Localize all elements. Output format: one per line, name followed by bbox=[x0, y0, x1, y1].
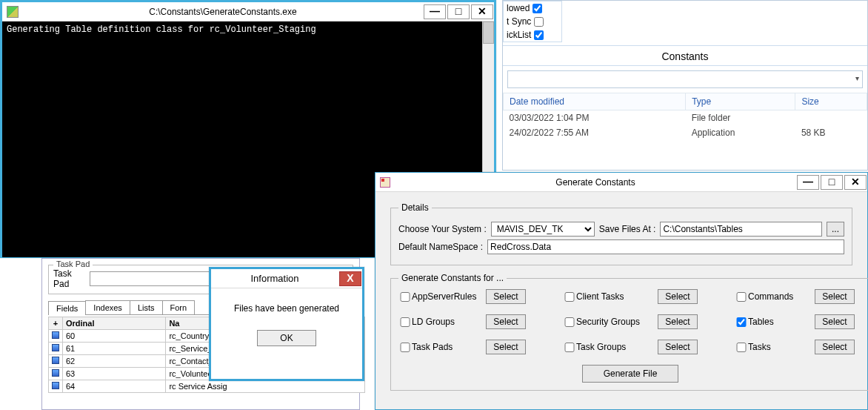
check-tasks[interactable] bbox=[735, 343, 748, 352]
cell-ord: 61 bbox=[63, 343, 166, 355]
check-commands[interactable] bbox=[735, 292, 748, 302]
minimize-button[interactable]: — bbox=[797, 175, 819, 190]
select-commands[interactable]: Select bbox=[815, 289, 855, 304]
browse-button[interactable]: ... bbox=[827, 222, 844, 237]
row-icon bbox=[52, 344, 59, 351]
explorer-panel: lowed t Sync ickList Constants ▾ Date mo… bbox=[502, 0, 868, 171]
label-tables: Tables bbox=[748, 317, 815, 327]
generate-for-fieldset: Generate Constants for ... AppServerRule… bbox=[390, 273, 868, 391]
select-clienttasks[interactable]: Select bbox=[658, 289, 698, 304]
information-dialog: Information X Files have been generated … bbox=[209, 267, 364, 381]
chevron-down-icon: ▾ bbox=[855, 74, 859, 82]
tab-indexes[interactable]: Indexes bbox=[85, 300, 130, 314]
explorer-title: Constants bbox=[503, 45, 867, 66]
check-label: ickList bbox=[507, 30, 531, 40]
row-icon bbox=[52, 382, 59, 389]
select-appserverrules[interactable]: Select bbox=[486, 289, 526, 304]
file-table: Date modified Type Size 03/03/2022 1:04 … bbox=[503, 93, 867, 140]
label-clienttasks: Client Tasks bbox=[576, 291, 658, 302]
row-icon bbox=[52, 331, 59, 339]
label-ldgroups: LD Groups bbox=[412, 317, 486, 327]
grid-row[interactable]: 64rc Service Assig bbox=[49, 380, 365, 393]
minimize-button[interactable]: — bbox=[424, 4, 446, 19]
check-securitygroups[interactable] bbox=[563, 317, 576, 327]
details-legend: Details bbox=[398, 202, 432, 213]
generate-for-legend: Generate Constants for ... bbox=[398, 273, 507, 283]
save-files-label: Save Files At : bbox=[599, 224, 656, 234]
col-size[interactable]: Size bbox=[795, 93, 867, 110]
cell-name: rc Service Assig bbox=[166, 380, 365, 393]
details-fieldset: Details Choose Your System : MAVIS_DEV_T… bbox=[390, 202, 852, 265]
dialog-title: Information bbox=[211, 273, 338, 284]
close-button[interactable]: ✕ bbox=[471, 4, 493, 19]
maximize-button[interactable]: □ bbox=[447, 4, 470, 19]
form-icon bbox=[380, 177, 390, 188]
label-taskpads: Task Pads bbox=[412, 342, 486, 352]
cell-size bbox=[795, 110, 867, 126]
check-clienttasks[interactable] bbox=[563, 292, 576, 302]
file-row[interactable]: 03/03/2022 1:04 PM File folder bbox=[504, 110, 867, 126]
label-securitygroups: Security Groups bbox=[576, 317, 658, 327]
namespace-label: Default NameSpace : bbox=[398, 242, 483, 252]
window-title: Generate Constants bbox=[395, 177, 796, 188]
cell-size: 58 KB bbox=[795, 125, 867, 140]
file-row[interactable]: 24/02/2022 7:55 AM Application 58 KB bbox=[504, 125, 867, 140]
check-sync[interactable] bbox=[534, 17, 544, 27]
select-tasks[interactable]: Select bbox=[815, 340, 855, 354]
label-taskgroups: Task Groups bbox=[576, 342, 658, 352]
cell-type: Application bbox=[686, 125, 795, 140]
select-taskpads[interactable]: Select bbox=[486, 340, 526, 354]
check-label: lowed bbox=[507, 3, 530, 13]
row-icon bbox=[52, 357, 59, 364]
check-icklist[interactable] bbox=[534, 30, 544, 40]
tab-fields[interactable]: Fields bbox=[48, 301, 86, 315]
titlebar[interactable]: Generate Constants — □ ✕ bbox=[375, 173, 867, 192]
col-plus[interactable]: + bbox=[49, 317, 63, 330]
save-path-input[interactable] bbox=[660, 222, 822, 237]
cell-ord: 64 bbox=[63, 380, 166, 393]
cell-ord: 60 bbox=[63, 330, 166, 343]
label-appserverrules: AppServerRules bbox=[412, 291, 486, 302]
titlebar[interactable]: C:\Constants\GenerateConstants.exe — □ ✕ bbox=[2, 2, 494, 22]
check-lowed[interactable] bbox=[533, 4, 542, 13]
col-type[interactable]: Type bbox=[686, 93, 795, 110]
select-ldgroups[interactable]: Select bbox=[486, 314, 526, 329]
close-button[interactable]: X bbox=[339, 271, 361, 286]
check-ldgroups[interactable] bbox=[398, 317, 412, 327]
maximize-button[interactable]: □ bbox=[821, 175, 843, 190]
check-label: t Sync bbox=[507, 16, 531, 27]
dialog-message: Files have been generated bbox=[218, 303, 355, 314]
label-tasks: Tasks bbox=[748, 342, 815, 352]
cell-date: 03/03/2022 1:04 PM bbox=[504, 110, 686, 126]
cell-ord: 63 bbox=[63, 368, 166, 380]
cell-date: 24/02/2022 7:55 AM bbox=[504, 125, 686, 140]
col-ordinal[interactable]: Ordinal bbox=[63, 317, 166, 330]
namespace-input[interactable] bbox=[487, 239, 844, 254]
row-icon bbox=[52, 369, 59, 377]
scroll-thumb[interactable] bbox=[483, 22, 494, 44]
tab-lists[interactable]: Lists bbox=[130, 300, 163, 314]
choose-system-label: Choose Your System : bbox=[398, 224, 487, 234]
ok-button[interactable]: OK bbox=[257, 330, 316, 346]
cell-ord: 62 bbox=[63, 355, 166, 368]
col-date[interactable]: Date modified bbox=[504, 93, 686, 110]
check-appserverrules[interactable] bbox=[398, 292, 412, 302]
checkbox-stack: lowed t Sync ickList bbox=[503, 1, 562, 42]
taskpad-label: Task Pad bbox=[53, 268, 85, 289]
app-icon bbox=[7, 6, 19, 18]
address-bar[interactable]: ▾ bbox=[507, 70, 863, 88]
select-tables[interactable]: Select bbox=[815, 314, 855, 329]
check-taskpads[interactable] bbox=[398, 343, 412, 352]
cell-type: File folder bbox=[686, 110, 795, 126]
taskpad-caption: Task Pad bbox=[53, 259, 93, 268]
system-select[interactable]: MAVIS_DEV_TK bbox=[491, 222, 595, 237]
tab-forn[interactable]: Forn bbox=[162, 300, 196, 314]
select-securitygroups[interactable]: Select bbox=[658, 314, 698, 329]
titlebar[interactable]: Information X bbox=[211, 269, 362, 288]
generate-file-button[interactable]: Generate File bbox=[582, 365, 678, 383]
check-taskgroups[interactable] bbox=[563, 343, 576, 352]
select-taskgroups[interactable]: Select bbox=[658, 340, 698, 354]
close-button[interactable]: ✕ bbox=[844, 175, 867, 190]
generate-constants-window: Generate Constants — □ ✕ Details Choose … bbox=[375, 172, 868, 410]
check-tables[interactable] bbox=[735, 317, 748, 327]
